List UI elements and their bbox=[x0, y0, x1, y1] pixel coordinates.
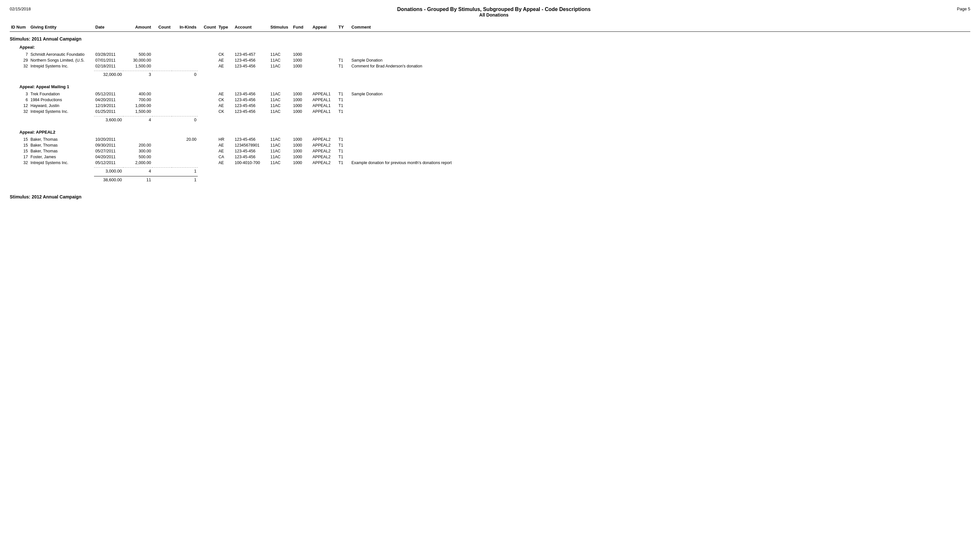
row-comment bbox=[350, 143, 970, 148]
row-type: AE bbox=[217, 143, 234, 148]
row-fund: 1000 bbox=[292, 58, 311, 63]
col-type: Type bbox=[217, 24, 234, 30]
row-ty: T1 bbox=[337, 143, 350, 148]
row-date: 05/12/2011 bbox=[94, 160, 123, 166]
row-fund: 1000 bbox=[292, 64, 311, 69]
row-fund: 1000 bbox=[292, 137, 311, 142]
row-ty: T1 bbox=[337, 109, 350, 114]
appeal-header-1: Appeal: bbox=[19, 45, 970, 49]
row-account: 123-45-456 bbox=[234, 109, 269, 114]
subtotal-count-1: 3 bbox=[123, 71, 153, 78]
row-ty: T1 bbox=[337, 103, 350, 108]
entity-name: Intrepid Systems Inc. bbox=[29, 109, 94, 114]
table-row: 7 Schmidt Aeronautic Foundatio 03/28/201… bbox=[10, 51, 970, 57]
row-ikcount bbox=[198, 58, 217, 63]
row-inkind bbox=[172, 52, 198, 57]
row-ikcount bbox=[198, 148, 217, 154]
row-inkind bbox=[172, 148, 198, 154]
id-num: 15 bbox=[10, 143, 29, 148]
col-appeal: Appeal bbox=[311, 24, 337, 30]
row-count bbox=[153, 148, 172, 154]
row-amount: 200.00 bbox=[123, 143, 153, 148]
entity-name: Baker, Thomas bbox=[29, 143, 94, 148]
subtotal-ikcount-1: 0 bbox=[172, 71, 198, 78]
row-comment bbox=[350, 109, 970, 114]
id-num: 3 bbox=[10, 91, 29, 97]
row-amount bbox=[123, 137, 153, 142]
row-account: 123-45-457 bbox=[234, 52, 269, 57]
row-type: CA bbox=[217, 155, 234, 159]
row-comment: Sample Donation bbox=[350, 91, 970, 97]
row-stimulus: 11AC bbox=[269, 160, 292, 166]
row-stimulus: 11AC bbox=[269, 143, 292, 148]
row-account: 123-45-456 bbox=[234, 103, 269, 108]
row-count bbox=[153, 58, 172, 63]
id-num: 12 bbox=[10, 103, 29, 108]
row-appeal: APPEAL2 bbox=[311, 160, 337, 166]
table-row: 32 Intrepid Systems Inc. 05/12/2011 2,00… bbox=[10, 160, 970, 166]
subtotal-count-2: 4 bbox=[123, 116, 153, 123]
row-comment bbox=[350, 103, 970, 108]
row-date: 03/28/2011 bbox=[94, 52, 123, 57]
row-stimulus: 11AC bbox=[269, 64, 292, 69]
id-num: 15 bbox=[10, 148, 29, 154]
row-ty: T1 bbox=[337, 91, 350, 97]
row-count bbox=[153, 137, 172, 142]
row-appeal: APPEAL1 bbox=[311, 109, 337, 114]
row-amount: 500.00 bbox=[123, 155, 153, 159]
row-comment bbox=[350, 52, 970, 57]
row-stimulus: 11AC bbox=[269, 137, 292, 142]
row-type: HR bbox=[217, 137, 234, 142]
row-account: 123-45-456 bbox=[234, 148, 269, 154]
row-appeal: APPEAL1 bbox=[311, 103, 337, 108]
row-ikcount bbox=[198, 109, 217, 114]
report-title: Donations - Grouped By Stimulus, Subgrou… bbox=[31, 6, 957, 12]
total-ikcount-1: 1 bbox=[172, 176, 198, 183]
row-account: 123-45-456 bbox=[234, 137, 269, 142]
row-count bbox=[153, 103, 172, 108]
row-fund: 1000 bbox=[292, 155, 311, 159]
row-inkind bbox=[172, 143, 198, 148]
row-ikcount bbox=[198, 64, 217, 69]
row-fund: 1000 bbox=[292, 143, 311, 148]
row-amount: 30,000.00 bbox=[123, 58, 153, 63]
row-type: CK bbox=[217, 52, 234, 57]
row-ikcount bbox=[198, 97, 217, 102]
entity-name: Baker, Thomas bbox=[29, 137, 94, 142]
row-inkind bbox=[172, 58, 198, 63]
row-appeal: APPEAL2 bbox=[311, 137, 337, 142]
subtotal-amount-2: 3,600.00 bbox=[94, 116, 123, 123]
row-inkind: 20.00 bbox=[172, 137, 198, 142]
row-amount: 300.00 bbox=[123, 148, 153, 154]
row-date: 10/20/2011 bbox=[94, 137, 123, 142]
subtotal-ikcount-2: 0 bbox=[172, 116, 198, 123]
entity-name: Northern Songs Limited, (U.S. bbox=[29, 58, 94, 63]
table-row: 6 1984 Productions 04/20/2011 700.00 CK … bbox=[10, 97, 970, 103]
row-ikcount bbox=[198, 52, 217, 57]
row-ikcount bbox=[198, 91, 217, 97]
total-count-1: 11 bbox=[123, 176, 153, 183]
row-appeal: APPEAL2 bbox=[311, 155, 337, 159]
id-num: 17 bbox=[10, 155, 29, 159]
stimulus-header-2: Stimulus: 2012 Annual Campaign bbox=[10, 194, 970, 199]
row-appeal: APPEAL2 bbox=[311, 148, 337, 154]
row-inkind bbox=[172, 64, 198, 69]
id-num: 6 bbox=[10, 97, 29, 102]
col-fund: Fund bbox=[292, 24, 311, 30]
row-ty bbox=[337, 52, 350, 57]
row-type: AE bbox=[217, 103, 234, 108]
entity-name: Intrepid Systems Inc. bbox=[29, 64, 94, 69]
report-date: 02/15/2018 bbox=[10, 6, 31, 11]
table-row: 32 Intrepid Systems Inc. 01/25/2011 1,50… bbox=[10, 108, 970, 115]
col-account: Account bbox=[234, 24, 269, 30]
table-row: 15 Baker, Thomas 09/30/2011 200.00 AE 12… bbox=[10, 142, 970, 148]
row-amount: 1,000.00 bbox=[123, 103, 153, 108]
row-stimulus: 11AC bbox=[269, 97, 292, 102]
row-stimulus: 11AC bbox=[269, 148, 292, 154]
row-fund: 1000 bbox=[292, 52, 311, 57]
col-date: Date bbox=[94, 24, 123, 30]
row-ikcount bbox=[198, 137, 217, 142]
row-comment bbox=[350, 155, 970, 159]
row-appeal bbox=[311, 64, 337, 69]
row-inkind bbox=[172, 91, 198, 97]
